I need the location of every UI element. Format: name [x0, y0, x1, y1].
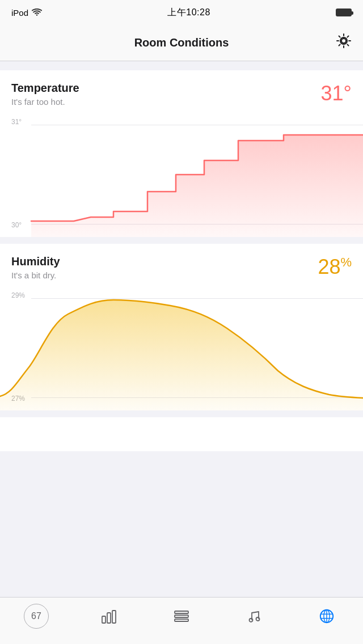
tab-item-stats[interactable]	[92, 608, 126, 624]
nav-bar: Room Conditions	[0, 25, 363, 61]
status-left: iPod	[11, 8, 42, 18]
humidity-card: Humidity It's a bit dry. 28% 29% 27%	[0, 244, 363, 410]
svg-point-0	[341, 39, 346, 43]
globe-icon	[319, 608, 335, 625]
tab-stats-icon	[101, 608, 117, 624]
partial-card-header	[0, 417, 363, 434]
tab-list-icon	[174, 608, 189, 624]
humidity-value: 28%	[318, 255, 352, 279]
tab-badge-icon: 67	[24, 604, 49, 629]
tab-item-badge[interactable]: 67	[19, 604, 53, 629]
svg-rect-6	[175, 615, 188, 617]
svg-rect-3	[107, 613, 111, 623]
settings-button[interactable]	[336, 33, 352, 53]
svg-rect-4	[112, 611, 116, 623]
temperature-info: Temperature It's far too hot.	[11, 82, 79, 107]
humidity-header: Humidity It's a bit dry. 28%	[0, 244, 363, 286]
svg-rect-2	[102, 616, 105, 623]
temperature-chart: 31° 30°	[0, 112, 363, 237]
humidity-title: Humidity	[11, 255, 60, 268]
svg-point-8	[250, 618, 253, 622]
tab-bar: 67	[0, 597, 363, 644]
page-title: Room Conditions	[134, 36, 229, 49]
tab-badge-label: 67	[31, 611, 41, 621]
bar-chart-icon	[101, 608, 117, 624]
temperature-chart-svg	[0, 112, 363, 237]
svg-rect-7	[175, 619, 188, 621]
temperature-value: 31°	[321, 82, 352, 105]
list-icon	[174, 608, 189, 624]
music-note-icon	[246, 608, 262, 624]
temperature-subtitle: It's far too hot.	[11, 97, 79, 107]
device-label: iPod	[11, 8, 28, 18]
battery-icon	[336, 9, 352, 16]
svg-point-9	[256, 617, 260, 621]
tab-globe-icon	[319, 608, 335, 624]
tab-item-globe[interactable]	[310, 608, 344, 624]
temperature-header: Temperature It's far too hot. 31°	[0, 70, 363, 112]
humidity-info: Humidity It's a bit dry.	[11, 255, 60, 280]
wifi-icon	[32, 9, 42, 16]
humidity-chart-svg	[0, 286, 363, 410]
temperature-card: Temperature It's far too hot. 31° 31° 30…	[0, 70, 363, 237]
temperature-title: Temperature	[11, 82, 79, 95]
tab-item-music[interactable]	[237, 608, 271, 624]
status-time: 上午10:28	[167, 7, 210, 19]
tab-music-icon	[246, 608, 262, 624]
main-content: Temperature It's far too hot. 31° 31° 30…	[0, 61, 363, 597]
humidity-chart: 29% 27%	[0, 286, 363, 410]
humidity-subtitle: It's a bit dry.	[11, 270, 60, 280]
partial-card	[0, 417, 363, 451]
status-bar: iPod 上午10:28	[0, 0, 363, 25]
svg-rect-5	[175, 611, 188, 613]
status-right	[336, 9, 352, 16]
tab-item-list[interactable]	[164, 608, 199, 624]
gear-icon	[336, 33, 352, 49]
